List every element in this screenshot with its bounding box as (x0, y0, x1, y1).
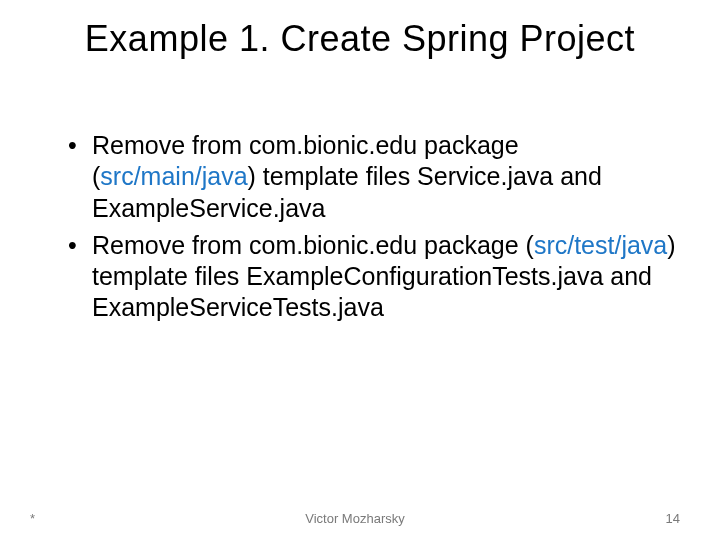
footer-date: * (30, 511, 247, 526)
slide-footer: * Victor Mozharsky 14 (0, 511, 720, 526)
footer-page-number: 14 (463, 511, 680, 526)
slide-content: Remove from com.bionic.edu package (src/… (0, 60, 720, 324)
bullet-list: Remove from com.bionic.edu package (src/… (60, 130, 680, 324)
bullet-text-pre: Remove from com.bionic.edu package ( (92, 231, 534, 259)
bullet-highlight: src/test/java (534, 231, 667, 259)
slide-title: Example 1. Create Spring Project (0, 0, 720, 60)
list-item: Remove from com.bionic.edu package (src/… (60, 130, 680, 224)
list-item: Remove from com.bionic.edu package (src/… (60, 230, 680, 324)
footer-author: Victor Mozharsky (247, 511, 464, 526)
bullet-highlight: src/main/java (100, 162, 247, 190)
